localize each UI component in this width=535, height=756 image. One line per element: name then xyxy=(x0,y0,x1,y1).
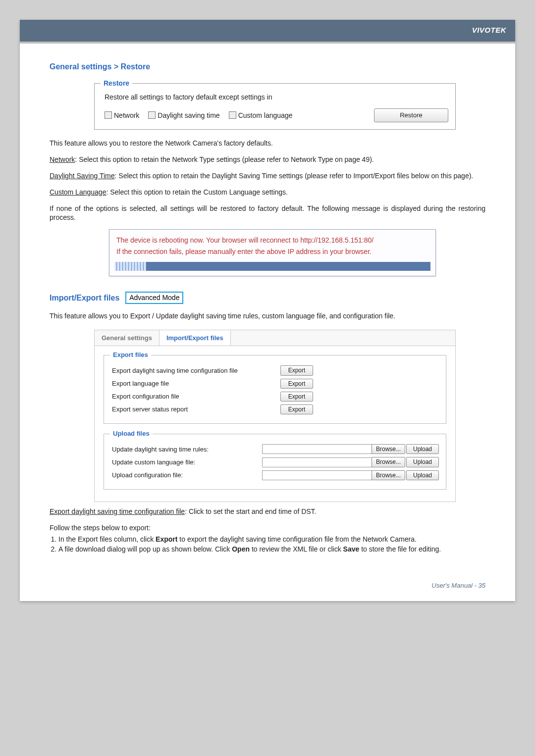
export-dst-underline: Export daylight saving time configuratio… xyxy=(50,507,185,515)
tabs-panel: General settings Import/Export files Exp… xyxy=(94,330,456,502)
reboot-line2: If the connection fails, please manually… xyxy=(116,246,428,257)
none-para: If none of the options is selected, all … xyxy=(50,204,485,223)
export-row-label: Export daylight saving time configuratio… xyxy=(112,366,280,375)
checkbox-network-label: Network xyxy=(114,111,139,119)
step-1: In the Export files column, click Export… xyxy=(58,535,485,544)
checkbox-lang-label: Custom language xyxy=(238,111,293,119)
breadcrumb: General settings > Restore xyxy=(50,61,485,72)
upload-row-label: Update daylight saving time rules: xyxy=(112,445,226,454)
browse-button-dst[interactable]: Browse... xyxy=(372,444,405,454)
import-export-desc: This feature allows you to Export / Upda… xyxy=(50,311,485,321)
file-input-config[interactable] xyxy=(262,470,372,480)
browse-button-config[interactable]: Browse... xyxy=(372,470,405,480)
network-para: Network: Select this option to retain th… xyxy=(50,155,485,164)
advanced-mode-badge: Advanced Mode xyxy=(125,292,183,304)
network-underline: Network xyxy=(50,155,75,163)
footer-label: User's Manual - xyxy=(431,582,478,589)
header-band: VIVOTEK xyxy=(20,20,515,42)
lang-underline: Custom Language xyxy=(50,188,106,196)
export-row-label: Export configuration file xyxy=(112,392,280,401)
checkbox-dst[interactable]: Daylight saving time xyxy=(148,110,219,120)
page-footer: User's Manual - 35 xyxy=(20,567,515,601)
upload-button-dst[interactable]: Upload xyxy=(406,444,439,454)
progress-fill xyxy=(114,262,146,271)
import-export-heading-row: Import/Export files Advanced Mode xyxy=(50,292,485,304)
export-row-label: Export language file xyxy=(112,379,280,388)
step-2: A file download dialog will pop up as sh… xyxy=(58,545,485,554)
checkbox-network[interactable]: Network xyxy=(105,110,139,120)
export-button-language[interactable]: Export xyxy=(280,379,313,389)
lang-para: Custom Language: Select this option to r… xyxy=(50,188,485,197)
reboot-message-box: The device is rebooting now. Your browse… xyxy=(109,229,436,276)
steps-intro: Follow the steps below to export: xyxy=(50,523,485,533)
progress-bar xyxy=(114,262,430,271)
restore-legend: Restore xyxy=(101,79,132,88)
restore-button[interactable]: Restore xyxy=(374,108,448,122)
upload-files-fieldset: Upload files Update daylight saving time… xyxy=(104,434,446,490)
steps-list: In the Export files column, click Export… xyxy=(51,535,485,554)
upload-button-config[interactable]: Upload xyxy=(406,470,439,480)
reboot-line1: The device is rebooting now. Your browse… xyxy=(116,235,428,246)
export-button-config[interactable]: Export xyxy=(280,392,313,402)
browse-button-language[interactable]: Browse... xyxy=(372,457,405,467)
tabs-bar: General settings Import/Export files xyxy=(95,330,455,347)
upload-row-label: Update custom language file: xyxy=(112,458,226,467)
footer-page-number: 35 xyxy=(479,582,485,589)
brand-label: VIVOTEK xyxy=(472,26,506,34)
dst-para: Daylight Saving Time: Select this option… xyxy=(50,171,485,181)
tab-general-settings[interactable]: General settings xyxy=(95,330,160,346)
dst-text: : Select this option to retain the Dayli… xyxy=(115,172,474,180)
upload-row-label: Upload configuration file: xyxy=(112,471,226,480)
export-files-legend: Export files xyxy=(110,351,151,359)
export-button-status[interactable]: Export xyxy=(280,404,313,414)
file-input-dst[interactable] xyxy=(262,444,372,454)
export-dst-para: Export daylight saving time configuratio… xyxy=(50,507,485,516)
export-row-label: Export server status report xyxy=(112,405,280,414)
checkbox-custom-language[interactable]: Custom language xyxy=(229,110,293,120)
network-text: : Select this option to retain the Netwo… xyxy=(75,155,374,163)
restore-desc: Restore all settings to factory default … xyxy=(105,93,448,102)
file-input-language[interactable] xyxy=(262,457,372,467)
tab-import-export-files[interactable]: Import/Export files xyxy=(160,330,231,346)
lang-text: : Select this option to retain the Custo… xyxy=(106,188,288,196)
export-files-fieldset: Export files Export daylight saving time… xyxy=(104,355,446,424)
upload-files-legend: Upload files xyxy=(110,429,153,438)
checkbox-dst-label: Daylight saving time xyxy=(158,111,219,119)
restore-fieldset: Restore Restore all settings to factory … xyxy=(94,83,456,130)
upload-button-language[interactable]: Upload xyxy=(406,457,439,467)
export-dst-text: : Click to set the start and end time of… xyxy=(185,507,316,515)
dst-underline: Daylight Saving Time xyxy=(50,172,115,180)
export-button-dst[interactable]: Export xyxy=(280,365,313,375)
intro-text: This feature allows you to restore the N… xyxy=(50,139,485,148)
import-export-title: Import/Export files xyxy=(50,293,119,303)
